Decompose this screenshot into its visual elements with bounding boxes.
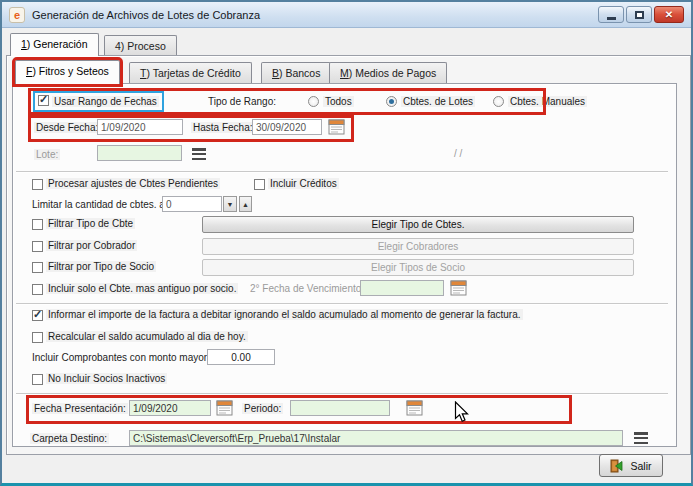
tab-filtros-seteos[interactable]: F) Fitros y Seteos — [15, 60, 120, 84]
desde-fecha-input[interactable] — [97, 119, 183, 135]
minimize-button[interactable] — [598, 6, 624, 23]
maximize-button[interactable] — [626, 6, 652, 23]
no-incluir-inactivos-checkbox[interactable] — [32, 374, 43, 385]
tab-generacion[interactable]: 1) Generación — [10, 33, 99, 56]
lote-browse-icon[interactable] — [192, 148, 206, 160]
desde-fecha-label: Desde Fecha: — [34, 122, 100, 133]
elegir-tipo-cbtes-button[interactable]: Elegir Tipo de Cbtes. — [202, 216, 634, 233]
cbte-antiguo-label: Incluir solo el Cbte. mas antiguo por so… — [46, 283, 238, 294]
close-button[interactable]: ✕ — [654, 6, 684, 23]
radio-cbtes-manuales[interactable] — [493, 96, 504, 107]
segunda-fecha-vencimiento-input[interactable] — [360, 280, 444, 296]
filtrar-tipo-socio-label: Filtrar por Tipo de Socio — [46, 261, 156, 272]
salir-label: Salir — [630, 460, 651, 472]
elegir-cobradores-button[interactable]: Elegir Cobradores — [202, 238, 634, 255]
window-title: Generación de Archivos de Lotes de Cobra… — [32, 9, 260, 21]
filtrar-tipo-cbte-checkbox[interactable] — [32, 219, 43, 230]
maximize-icon — [635, 11, 644, 19]
calendar-icon[interactable] — [450, 280, 468, 300]
radio-cbtes-manuales-label: Cbtes. Manuales — [508, 96, 587, 107]
divider — [16, 393, 668, 394]
filtrar-tipo-socio-checkbox[interactable] — [32, 262, 43, 273]
carpeta-destino-input[interactable] — [129, 430, 623, 446]
periodo-label: Periodo: — [242, 403, 283, 414]
exit-door-icon — [610, 459, 625, 473]
limitar-up-icon[interactable]: ▲ — [239, 196, 252, 212]
monto-mayor-input[interactable] — [207, 349, 275, 365]
divider — [16, 303, 668, 304]
fecha-presentacion-label: Fecha Presentación: — [32, 403, 128, 414]
radio-todos[interactable] — [308, 96, 319, 107]
radio-cbtes-lotes[interactable] — [386, 96, 397, 107]
informar-importe-label: Informar el importe de la factura a debi… — [46, 309, 523, 320]
limitar-dropdown-icon[interactable]: ▼ — [223, 196, 237, 212]
cbte-antiguo-checkbox[interactable] — [32, 284, 43, 295]
tab-medios-pagos[interactable]: M) Medios de Pagos — [329, 62, 447, 84]
procesar-ajustes-label: Procesar ajustes de Cbtes Pendientes — [46, 178, 220, 189]
carpeta-destino-label: Carpeta Destino: — [30, 433, 109, 444]
elegir-tipos-socio-button[interactable]: Elegir Tipos de Socio — [202, 259, 634, 276]
limitar-cantidad-label: Limitar la cantidad de cbtes. a: — [30, 199, 170, 210]
close-icon: ✕ — [665, 9, 673, 20]
dialog-window: e Generación de Archivos de Lotes de Cob… — [0, 0, 693, 486]
limitar-cantidad-input[interactable] — [162, 196, 222, 212]
usar-rango-checkbox[interactable] — [38, 95, 49, 106]
informar-importe-checkbox[interactable] — [32, 310, 43, 321]
salir-button[interactable]: Salir — [599, 454, 663, 477]
calendar-icon[interactable] — [406, 400, 424, 420]
minimize-icon — [607, 17, 616, 20]
monto-mayor-label: Incluir Comprobantes con monto mayor a: — [30, 352, 220, 363]
lote-label: Lote: — [34, 149, 60, 160]
divider — [16, 171, 668, 172]
recalcular-saldo-checkbox[interactable] — [32, 332, 43, 343]
lote-input[interactable] — [97, 145, 182, 161]
usar-rango-label: Usar Rango de Fechas — [52, 96, 159, 107]
tab-bancos[interactable]: B) Bancos — [261, 62, 331, 84]
calendar-icon[interactable] — [328, 119, 346, 139]
tipo-rango-label: Tipo de Rango: — [206, 96, 278, 107]
hasta-fecha-label: Hasta Fecha: — [191, 122, 254, 133]
filtrar-cobrador-label: Filtrar por Cobrador — [46, 240, 137, 251]
carpeta-browse-icon[interactable] — [634, 432, 648, 444]
procesar-ajustes-checkbox[interactable] — [32, 179, 43, 190]
lote-date-placeholder: / / — [454, 148, 462, 159]
tab-tarjetas-credito[interactable]: T) Tarjetas de Crédito — [129, 62, 252, 84]
filtrar-tipo-cbte-label: Filtrar Tipo de Cbte — [46, 218, 135, 229]
periodo-input[interactable] — [290, 400, 390, 416]
calendar-icon[interactable] — [216, 400, 234, 420]
radio-cbtes-lotes-label: Cbtes. de Lotes — [401, 96, 475, 107]
titlebar: e Generación de Archivos de Lotes de Cob… — [2, 2, 691, 28]
no-incluir-inactivos-label: No Incluir Socios Inactivos — [46, 373, 167, 384]
segunda-fecha-vencimiento-label: 2° Fecha de Vencimiento: — [248, 283, 366, 294]
app-icon: e — [9, 7, 25, 23]
recalcular-saldo-label: Recalcular el saldo acumulado al dia de … — [46, 331, 248, 342]
fecha-presentacion-input[interactable] — [129, 400, 211, 416]
filtrar-cobrador-checkbox[interactable] — [32, 241, 43, 252]
incluir-creditos-label: Incluir Créditos — [268, 178, 339, 189]
incluir-creditos-checkbox[interactable] — [254, 179, 265, 190]
radio-todos-label: Todos — [323, 96, 354, 107]
tab-proceso[interactable]: 4) Proceso — [104, 35, 177, 56]
hasta-fecha-input[interactable] — [252, 119, 322, 135]
